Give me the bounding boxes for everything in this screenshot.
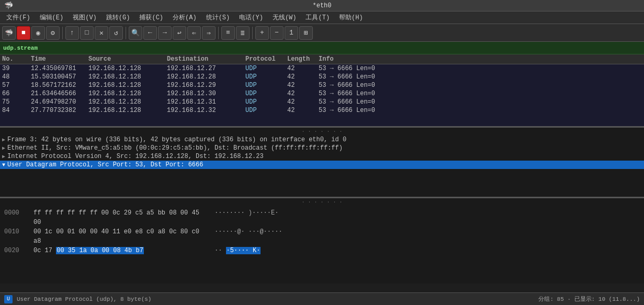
return-btn[interactable]: ↩ xyxy=(173,26,186,40)
forward-btn[interactable]: → xyxy=(158,26,172,40)
capture-btn[interactable]: ◉ xyxy=(31,26,45,40)
status-right: 分组: 85 · 已显示: 10 (11.8...) xyxy=(538,295,640,303)
divider-dots: · · · · · · · xyxy=(0,128,644,135)
detail-row[interactable]: ▶Internet Protocol Version 4, Src: 192.1… xyxy=(0,152,644,161)
zoomout-btn[interactable]: − xyxy=(270,26,284,40)
statusbar: U User Datagram Protocol (udp), 8 byte(s… xyxy=(0,292,644,305)
view2-btn[interactable]: ≣ xyxy=(236,26,250,40)
menu-item-g[interactable]: 跳转(G) xyxy=(102,12,134,23)
menubar: 文件(F)编辑(E)视图(V)跳转(G)捕获(C)分析(A)统计(S)电话(Y)… xyxy=(0,12,644,24)
col-header-info: Info xyxy=(319,55,642,63)
packet-rows: 39 12.435069781 192.168.12.128 192.168.1… xyxy=(0,64,644,115)
hex-row: 0020 0c 17 00 35 1a 0a 00 08 4b b7 ·· ·5… xyxy=(4,246,640,255)
shark-logo[interactable]: 🦈 xyxy=(2,26,16,40)
toolbar-separator xyxy=(252,27,253,39)
menu-item-c[interactable]: 捕获(C) xyxy=(135,12,167,23)
table-row[interactable]: 84 27.770732382 192.168.12.128 192.168.1… xyxy=(0,106,644,115)
menu-item-h[interactable]: 帮助(H) xyxy=(335,12,367,23)
menu-item-s[interactable]: 统计(S) xyxy=(202,12,234,23)
menu-item-a[interactable]: 分析(A) xyxy=(168,12,201,23)
col-header-protocol: Protocol xyxy=(245,55,287,63)
view1-btn[interactable]: ≡ xyxy=(221,26,235,40)
detail-row[interactable]: ▶Frame 3: 42 bytes on wire (336 bits), 4… xyxy=(0,135,644,144)
col-header-no: No. xyxy=(2,55,31,63)
divider-dots-2: · · · · · · · xyxy=(0,198,644,206)
back-btn[interactable]: ← xyxy=(143,26,157,40)
col-header-destination: Destination xyxy=(167,55,245,63)
col-header-source: Source xyxy=(88,55,167,63)
packet-table-header: No. Time Source Destination Protocol Len… xyxy=(0,54,644,64)
prev-btn[interactable]: ⇐ xyxy=(187,26,201,40)
app-icon: 🦈 xyxy=(4,1,13,10)
menu-item-t[interactable]: 工具(T) xyxy=(301,12,334,23)
hex-row: 0000 ff ff ff ff ff ff 00 0c 29 c5 a5 bb… xyxy=(4,208,640,227)
options-btn[interactable]: ⚙ xyxy=(46,26,60,40)
col-header-length: Length xyxy=(287,55,319,63)
find-btn[interactable]: 🔍 xyxy=(129,26,142,40)
close-btn[interactable]: ✕ xyxy=(95,26,108,40)
table-row[interactable]: 39 12.435069781 192.168.12.128 192.168.1… xyxy=(0,64,644,73)
zoomreset-btn[interactable]: 1 xyxy=(285,26,298,40)
menu-item-w[interactable]: 无线(W) xyxy=(268,12,301,23)
toolbar-separator xyxy=(126,27,126,39)
reload-btn[interactable]: ↺ xyxy=(109,26,123,40)
table-row[interactable]: 66 21.634646566 192.168.12.128 192.168.1… xyxy=(0,89,644,98)
hex-dump: 0000 ff ff ff ff ff ff 00 0c 29 c5 a5 bb… xyxy=(0,206,644,258)
table-row[interactable]: 48 15.503100457 192.168.12.128 192.168.1… xyxy=(0,73,644,81)
packet-details: ▶Frame 3: 42 bytes on wire (336 bits), 4… xyxy=(0,135,644,198)
toolbar: 🦈■◉⚙↑□✕↺🔍←→↩⇐⇒≡≣+−1⊞ xyxy=(0,24,644,42)
window-title: *eth0 xyxy=(312,2,331,9)
next-btn[interactable]: ⇒ xyxy=(202,26,216,40)
detail-row[interactable]: ▼User Datagram Protocol, Src Port: 53, D… xyxy=(0,161,644,169)
zoomin-btn[interactable]: + xyxy=(255,26,269,40)
empty-area xyxy=(0,258,644,284)
toolbar-separator xyxy=(218,27,219,39)
detail-row[interactable]: ▶Ethernet II, Src: VMware_c5:a5:bb (00:0… xyxy=(0,144,644,152)
col-header-time: Time xyxy=(31,55,88,63)
menu-item-y[interactable]: 电话(Y) xyxy=(235,12,267,23)
packet-list: No. Time Source Destination Protocol Len… xyxy=(0,54,644,128)
status-icon: U xyxy=(4,295,13,303)
stop-btn[interactable]: ■ xyxy=(17,26,30,40)
table-row[interactable]: 57 18.567172162 192.168.12.128 192.168.1… xyxy=(0,81,644,89)
toolbar-separator xyxy=(62,27,63,39)
table-row[interactable]: 75 24.694798270 192.168.12.128 192.168.1… xyxy=(0,98,644,106)
open-btn[interactable]: ↑ xyxy=(65,26,79,40)
filter-label: udp.stream xyxy=(3,45,38,51)
status-left: U User Datagram Protocol (udp), 8 byte(s… xyxy=(4,295,151,303)
hex-row: 0010 00 1c 00 01 00 00 40 11 e0 e8 c0 a8… xyxy=(4,227,640,246)
columns-btn[interactable]: ⊞ xyxy=(299,26,313,40)
titlebar: 🦈 *eth0 xyxy=(0,0,644,12)
status-text: User Datagram Protocol (udp), 8 byte(s) xyxy=(17,296,151,302)
menu-item-v[interactable]: 视图(V) xyxy=(69,12,101,23)
filterbar: udp.stream xyxy=(0,42,644,54)
save-btn[interactable]: □ xyxy=(80,26,94,40)
menu-item-e[interactable]: 编辑(E) xyxy=(36,12,68,23)
menu-item-f[interactable]: 文件(F) xyxy=(2,12,35,23)
